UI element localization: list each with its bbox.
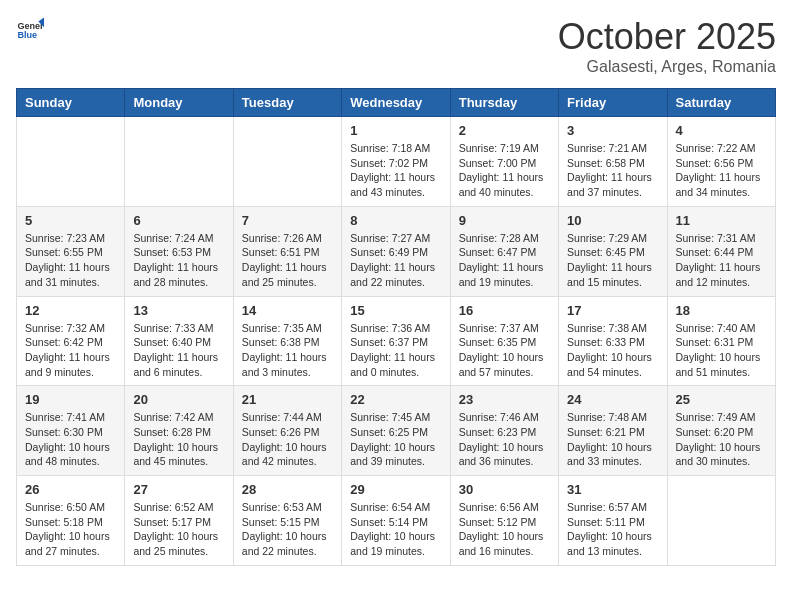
- calendar-cell: 13Sunrise: 7:33 AMSunset: 6:40 PMDayligh…: [125, 296, 233, 386]
- day-info: Sunrise: 7:18 AMSunset: 7:02 PMDaylight:…: [350, 141, 441, 200]
- day-info: Sunrise: 7:32 AMSunset: 6:42 PMDaylight:…: [25, 321, 116, 380]
- logo: General Blue: [16, 16, 44, 44]
- day-number: 5: [25, 213, 116, 228]
- day-number: 24: [567, 392, 658, 407]
- day-info: Sunrise: 6:52 AMSunset: 5:17 PMDaylight:…: [133, 500, 224, 559]
- day-number: 29: [350, 482, 441, 497]
- day-number: 8: [350, 213, 441, 228]
- day-number: 27: [133, 482, 224, 497]
- day-number: 19: [25, 392, 116, 407]
- calendar-cell: 25Sunrise: 7:49 AMSunset: 6:20 PMDayligh…: [667, 386, 775, 476]
- day-number: 15: [350, 303, 441, 318]
- day-number: 14: [242, 303, 333, 318]
- calendar-cell: 21Sunrise: 7:44 AMSunset: 6:26 PMDayligh…: [233, 386, 341, 476]
- day-info: Sunrise: 7:41 AMSunset: 6:30 PMDaylight:…: [25, 410, 116, 469]
- day-number: 26: [25, 482, 116, 497]
- day-number: 12: [25, 303, 116, 318]
- day-number: 25: [676, 392, 767, 407]
- calendar-cell: [17, 117, 125, 207]
- day-number: 7: [242, 213, 333, 228]
- day-info: Sunrise: 7:28 AMSunset: 6:47 PMDaylight:…: [459, 231, 550, 290]
- location-title: Galasesti, Arges, Romania: [558, 58, 776, 76]
- day-info: Sunrise: 7:37 AMSunset: 6:35 PMDaylight:…: [459, 321, 550, 380]
- week-row-0: 1Sunrise: 7:18 AMSunset: 7:02 PMDaylight…: [17, 117, 776, 207]
- day-info: Sunrise: 7:22 AMSunset: 6:56 PMDaylight:…: [676, 141, 767, 200]
- calendar-cell: 5Sunrise: 7:23 AMSunset: 6:55 PMDaylight…: [17, 206, 125, 296]
- calendar-cell: 20Sunrise: 7:42 AMSunset: 6:28 PMDayligh…: [125, 386, 233, 476]
- calendar-cell: [667, 476, 775, 566]
- calendar-cell: [125, 117, 233, 207]
- day-info: Sunrise: 6:50 AMSunset: 5:18 PMDaylight:…: [25, 500, 116, 559]
- calendar-cell: 23Sunrise: 7:46 AMSunset: 6:23 PMDayligh…: [450, 386, 558, 476]
- calendar-cell: 15Sunrise: 7:36 AMSunset: 6:37 PMDayligh…: [342, 296, 450, 386]
- day-number: 1: [350, 123, 441, 138]
- calendar-cell: 26Sunrise: 6:50 AMSunset: 5:18 PMDayligh…: [17, 476, 125, 566]
- day-info: Sunrise: 6:56 AMSunset: 5:12 PMDaylight:…: [459, 500, 550, 559]
- calendar-cell: 8Sunrise: 7:27 AMSunset: 6:49 PMDaylight…: [342, 206, 450, 296]
- day-number: 23: [459, 392, 550, 407]
- day-info: Sunrise: 7:35 AMSunset: 6:38 PMDaylight:…: [242, 321, 333, 380]
- day-number: 4: [676, 123, 767, 138]
- day-info: Sunrise: 7:46 AMSunset: 6:23 PMDaylight:…: [459, 410, 550, 469]
- calendar-cell: 9Sunrise: 7:28 AMSunset: 6:47 PMDaylight…: [450, 206, 558, 296]
- day-number: 11: [676, 213, 767, 228]
- calendar-cell: 4Sunrise: 7:22 AMSunset: 6:56 PMDaylight…: [667, 117, 775, 207]
- calendar-cell: 14Sunrise: 7:35 AMSunset: 6:38 PMDayligh…: [233, 296, 341, 386]
- day-number: 9: [459, 213, 550, 228]
- weekday-header-thursday: Thursday: [450, 89, 558, 117]
- day-number: 20: [133, 392, 224, 407]
- calendar-cell: 7Sunrise: 7:26 AMSunset: 6:51 PMDaylight…: [233, 206, 341, 296]
- weekday-header-saturday: Saturday: [667, 89, 775, 117]
- calendar-cell: [233, 117, 341, 207]
- weekday-header-monday: Monday: [125, 89, 233, 117]
- day-number: 18: [676, 303, 767, 318]
- day-number: 16: [459, 303, 550, 318]
- week-row-3: 19Sunrise: 7:41 AMSunset: 6:30 PMDayligh…: [17, 386, 776, 476]
- weekday-header-sunday: Sunday: [17, 89, 125, 117]
- calendar-cell: 30Sunrise: 6:56 AMSunset: 5:12 PMDayligh…: [450, 476, 558, 566]
- day-info: Sunrise: 7:27 AMSunset: 6:49 PMDaylight:…: [350, 231, 441, 290]
- day-info: Sunrise: 7:42 AMSunset: 6:28 PMDaylight:…: [133, 410, 224, 469]
- day-number: 6: [133, 213, 224, 228]
- day-info: Sunrise: 7:33 AMSunset: 6:40 PMDaylight:…: [133, 321, 224, 380]
- day-info: Sunrise: 7:19 AMSunset: 7:00 PMDaylight:…: [459, 141, 550, 200]
- calendar-cell: 22Sunrise: 7:45 AMSunset: 6:25 PMDayligh…: [342, 386, 450, 476]
- day-number: 28: [242, 482, 333, 497]
- calendar-cell: 3Sunrise: 7:21 AMSunset: 6:58 PMDaylight…: [559, 117, 667, 207]
- day-info: Sunrise: 6:57 AMSunset: 5:11 PMDaylight:…: [567, 500, 658, 559]
- day-number: 13: [133, 303, 224, 318]
- day-info: Sunrise: 7:29 AMSunset: 6:45 PMDaylight:…: [567, 231, 658, 290]
- day-info: Sunrise: 7:26 AMSunset: 6:51 PMDaylight:…: [242, 231, 333, 290]
- day-number: 2: [459, 123, 550, 138]
- calendar-cell: 18Sunrise: 7:40 AMSunset: 6:31 PMDayligh…: [667, 296, 775, 386]
- calendar-cell: 6Sunrise: 7:24 AMSunset: 6:53 PMDaylight…: [125, 206, 233, 296]
- logo-icon: General Blue: [16, 16, 44, 44]
- week-row-1: 5Sunrise: 7:23 AMSunset: 6:55 PMDaylight…: [17, 206, 776, 296]
- day-info: Sunrise: 7:44 AMSunset: 6:26 PMDaylight:…: [242, 410, 333, 469]
- calendar-cell: 17Sunrise: 7:38 AMSunset: 6:33 PMDayligh…: [559, 296, 667, 386]
- week-row-2: 12Sunrise: 7:32 AMSunset: 6:42 PMDayligh…: [17, 296, 776, 386]
- calendar-cell: 27Sunrise: 6:52 AMSunset: 5:17 PMDayligh…: [125, 476, 233, 566]
- weekday-header-wednesday: Wednesday: [342, 89, 450, 117]
- day-info: Sunrise: 7:49 AMSunset: 6:20 PMDaylight:…: [676, 410, 767, 469]
- calendar-cell: 29Sunrise: 6:54 AMSunset: 5:14 PMDayligh…: [342, 476, 450, 566]
- day-number: 21: [242, 392, 333, 407]
- title-section: October 2025 Galasesti, Arges, Romania: [558, 16, 776, 76]
- day-info: Sunrise: 6:54 AMSunset: 5:14 PMDaylight:…: [350, 500, 441, 559]
- day-number: 30: [459, 482, 550, 497]
- day-number: 17: [567, 303, 658, 318]
- calendar-cell: 12Sunrise: 7:32 AMSunset: 6:42 PMDayligh…: [17, 296, 125, 386]
- day-info: Sunrise: 7:23 AMSunset: 6:55 PMDaylight:…: [25, 231, 116, 290]
- day-info: Sunrise: 7:40 AMSunset: 6:31 PMDaylight:…: [676, 321, 767, 380]
- day-info: Sunrise: 7:31 AMSunset: 6:44 PMDaylight:…: [676, 231, 767, 290]
- month-title: October 2025: [558, 16, 776, 58]
- day-info: Sunrise: 7:24 AMSunset: 6:53 PMDaylight:…: [133, 231, 224, 290]
- day-info: Sunrise: 6:53 AMSunset: 5:15 PMDaylight:…: [242, 500, 333, 559]
- weekday-header-friday: Friday: [559, 89, 667, 117]
- week-row-4: 26Sunrise: 6:50 AMSunset: 5:18 PMDayligh…: [17, 476, 776, 566]
- weekday-header-tuesday: Tuesday: [233, 89, 341, 117]
- calendar-cell: 16Sunrise: 7:37 AMSunset: 6:35 PMDayligh…: [450, 296, 558, 386]
- calendar-cell: 2Sunrise: 7:19 AMSunset: 7:00 PMDaylight…: [450, 117, 558, 207]
- day-number: 10: [567, 213, 658, 228]
- calendar-cell: 10Sunrise: 7:29 AMSunset: 6:45 PMDayligh…: [559, 206, 667, 296]
